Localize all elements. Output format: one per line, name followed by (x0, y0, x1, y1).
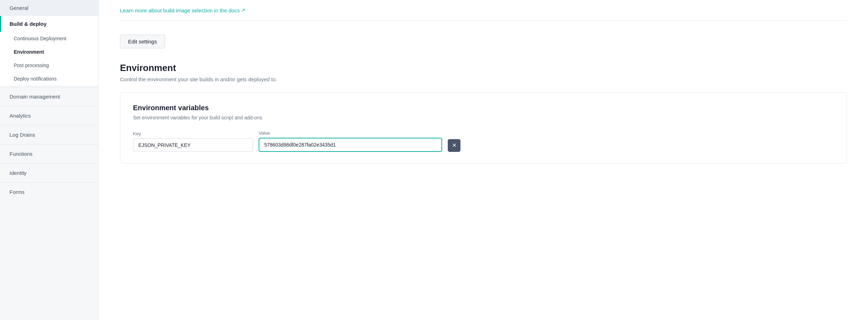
value-field-group: Value (259, 130, 442, 152)
sidebar-item-general[interactable]: General (0, 0, 98, 16)
env-vars-card-description: Set environment variables for your build… (133, 115, 834, 120)
sidebar-divider-4 (0, 144, 98, 144)
sidebar-item-environment[interactable]: Environment (0, 45, 98, 59)
env-vars-card-title: Environment variables (133, 104, 834, 112)
sidebar-item-label: Functions (10, 151, 32, 157)
sidebar-divider-5 (0, 163, 98, 164)
value-label: Value (259, 130, 442, 136)
sidebar-divider-6 (0, 182, 98, 183)
environment-section-description: Control the environment your site builds… (120, 76, 847, 82)
env-vars-row: Key Value ✕ (133, 130, 834, 152)
key-label: Key (133, 131, 253, 136)
sidebar-item-continuous-deployment[interactable]: Continuous Deployment (0, 32, 98, 45)
sidebar-item-label: Log Drains (10, 132, 35, 138)
sidebar-item-build-deploy[interactable]: Build & deploy (0, 16, 98, 32)
key-field-group: Key (133, 131, 253, 152)
environment-variables-card: Environment variables Set environment va… (120, 92, 847, 164)
sidebar-sub-item-label: Continuous Deployment (14, 36, 66, 41)
sidebar-item-functions[interactable]: Functions (0, 146, 98, 162)
sidebar-item-post-processing[interactable]: Post processing (0, 59, 98, 72)
close-icon: ✕ (452, 142, 457, 149)
main-content: Learn more about build image selection i… (99, 0, 868, 320)
sidebar-item-label: General (10, 5, 28, 11)
remove-env-var-button[interactable]: ✕ (448, 139, 460, 152)
sidebar-divider-1 (0, 87, 98, 87)
sidebar-item-domain-management[interactable]: Domain management (0, 89, 98, 105)
sidebar-item-label: Domain management (10, 94, 60, 100)
top-link-bar: Learn more about build image selection i… (120, 0, 847, 20)
sidebar-sub-item-label: Environment (14, 49, 44, 55)
sidebar-item-identity[interactable]: Identity (0, 165, 98, 181)
sidebar: General Build & deploy Continuous Deploy… (0, 0, 99, 320)
sidebar-item-label: Analytics (10, 113, 31, 119)
sidebar-divider-2 (0, 106, 98, 106)
build-image-docs-link[interactable]: Learn more about build image selection i… (120, 7, 246, 13)
sidebar-sub-item-label: Deploy notifications (14, 76, 56, 82)
sidebar-item-label: Build & deploy (10, 21, 47, 27)
environment-section: Environment Control the environment your… (120, 63, 847, 164)
sidebar-item-label: Forms (10, 189, 25, 195)
docs-link-text: Learn more about build image selection i… (120, 7, 240, 13)
sidebar-item-label: Identity (10, 170, 26, 176)
edit-settings-button[interactable]: Edit settings (120, 35, 165, 48)
sidebar-divider-3 (0, 125, 98, 125)
sidebar-sub-item-label: Post processing (14, 63, 49, 68)
key-input[interactable] (133, 138, 253, 152)
value-input[interactable] (259, 138, 442, 152)
sidebar-item-log-drains[interactable]: Log Drains (0, 127, 98, 143)
sidebar-item-deploy-notifications[interactable]: Deploy notifications (0, 72, 98, 85)
external-link-icon: ↗ (241, 7, 246, 13)
sidebar-item-analytics[interactable]: Analytics (0, 108, 98, 124)
environment-section-title: Environment (120, 63, 847, 73)
sidebar-item-forms[interactable]: Forms (0, 184, 98, 200)
